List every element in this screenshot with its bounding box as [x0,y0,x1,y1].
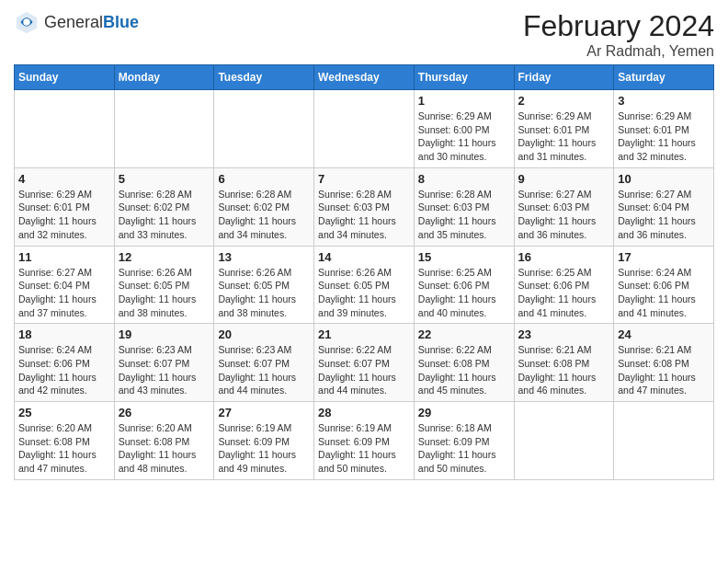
day-detail: Sunrise: 6:25 AM Sunset: 6:06 PM Dayligh… [518,266,610,320]
day-number: 3 [618,94,710,108]
calendar-cell: 13Sunrise: 6:26 AM Sunset: 6:05 PM Dayli… [214,246,314,324]
day-number: 8 [418,172,510,186]
day-detail: Sunrise: 6:21 AM Sunset: 6:08 PM Dayligh… [618,343,710,397]
day-number: 7 [318,172,410,186]
calendar-cell: 2Sunrise: 6:29 AM Sunset: 6:01 PM Daylig… [514,90,614,168]
calendar-table: SundayMondayTuesdayWednesdayThursdayFrid… [14,64,714,480]
day-detail: Sunrise: 6:21 AM Sunset: 6:08 PM Dayligh… [518,343,610,397]
calendar-cell: 27Sunrise: 6:19 AM Sunset: 6:09 PM Dayli… [214,402,314,480]
logo-general: General [44,13,103,31]
calendar-cell: 26Sunrise: 6:20 AM Sunset: 6:08 PM Dayli… [114,402,214,480]
calendar-cell: 18Sunrise: 6:24 AM Sunset: 6:06 PM Dayli… [15,324,115,402]
column-header-monday: Monday [114,65,214,90]
calendar-cell: 19Sunrise: 6:23 AM Sunset: 6:07 PM Dayli… [114,324,214,402]
calendar-cell: 25Sunrise: 6:20 AM Sunset: 6:08 PM Dayli… [15,402,115,480]
day-detail: Sunrise: 6:28 AM Sunset: 6:03 PM Dayligh… [418,188,510,242]
day-number: 13 [218,250,310,264]
calendar-cell: 17Sunrise: 6:24 AM Sunset: 6:06 PM Dayli… [614,246,714,324]
day-number: 23 [518,327,610,341]
day-detail: Sunrise: 6:19 AM Sunset: 6:09 PM Dayligh… [218,421,310,476]
title-block: February 2024 Ar Radmah, Yemen [523,9,714,60]
svg-point-1 [23,18,29,25]
day-detail: Sunrise: 6:29 AM Sunset: 6:01 PM Dayligh… [518,109,610,164]
column-header-row: SundayMondayTuesdayWednesdayThursdayFrid… [15,65,714,90]
day-number: 21 [318,327,410,341]
column-header-saturday: Saturday [614,65,714,90]
day-number: 5 [119,172,210,186]
week-row-2: 4Sunrise: 6:29 AM Sunset: 6:01 PM Daylig… [15,167,714,246]
day-number: 10 [618,172,710,186]
day-detail: Sunrise: 6:29 AM Sunset: 6:00 PM Dayligh… [418,109,510,164]
column-header-wednesday: Wednesday [314,65,415,90]
day-detail: Sunrise: 6:20 AM Sunset: 6:08 PM Dayligh… [18,421,110,476]
calendar-cell: 16Sunrise: 6:25 AM Sunset: 6:06 PM Dayli… [514,246,614,324]
calendar-cell [614,402,714,480]
day-detail: Sunrise: 6:22 AM Sunset: 6:07 PM Dayligh… [318,343,410,397]
calendar-cell [514,402,614,480]
day-detail: Sunrise: 6:28 AM Sunset: 6:03 PM Dayligh… [318,188,410,242]
day-detail: Sunrise: 6:28 AM Sunset: 6:02 PM Dayligh… [218,188,310,242]
calendar-cell: 24Sunrise: 6:21 AM Sunset: 6:08 PM Dayli… [614,324,714,402]
week-row-3: 11Sunrise: 6:27 AM Sunset: 6:04 PM Dayli… [15,246,714,324]
day-detail: Sunrise: 6:19 AM Sunset: 6:09 PM Dayligh… [318,421,410,476]
calendar-cell: 5Sunrise: 6:28 AM Sunset: 6:02 PM Daylig… [114,167,214,246]
day-detail: Sunrise: 6:27 AM Sunset: 6:04 PM Dayligh… [618,188,710,242]
calendar-cell [214,90,314,168]
calendar-cell [15,90,115,168]
calendar-cell: 23Sunrise: 6:21 AM Sunset: 6:08 PM Dayli… [514,324,614,402]
calendar-cell: 14Sunrise: 6:26 AM Sunset: 6:05 PM Dayli… [314,246,415,324]
day-number: 18 [18,327,110,341]
logo-blue: Blue [103,13,139,31]
day-number: 14 [318,250,410,264]
calendar-cell: 29Sunrise: 6:18 AM Sunset: 6:09 PM Dayli… [414,402,514,480]
week-row-5: 25Sunrise: 6:20 AM Sunset: 6:08 PM Dayli… [15,402,714,480]
day-number: 12 [119,250,210,264]
calendar-cell: 15Sunrise: 6:25 AM Sunset: 6:06 PM Dayli… [414,246,514,324]
day-detail: Sunrise: 6:29 AM Sunset: 6:01 PM Dayligh… [18,188,110,242]
calendar-cell: 12Sunrise: 6:26 AM Sunset: 6:05 PM Dayli… [114,246,214,324]
day-detail: Sunrise: 6:24 AM Sunset: 6:06 PM Dayligh… [618,266,710,320]
page-title: February 2024 [523,9,714,43]
day-number: 16 [518,250,610,264]
day-detail: Sunrise: 6:26 AM Sunset: 6:05 PM Dayligh… [119,266,210,320]
day-number: 15 [418,250,510,264]
calendar-cell [314,90,415,168]
day-detail: Sunrise: 6:27 AM Sunset: 6:03 PM Dayligh… [518,188,610,242]
week-row-4: 18Sunrise: 6:24 AM Sunset: 6:06 PM Dayli… [15,324,714,402]
day-detail: Sunrise: 6:28 AM Sunset: 6:02 PM Dayligh… [119,188,210,242]
column-header-sunday: Sunday [15,65,115,90]
column-header-friday: Friday [514,65,614,90]
day-number: 20 [218,327,310,341]
calendar-cell: 11Sunrise: 6:27 AM Sunset: 6:04 PM Dayli… [15,246,115,324]
calendar-cell: 21Sunrise: 6:22 AM Sunset: 6:07 PM Dayli… [314,324,415,402]
calendar-cell [114,90,214,168]
calendar-cell: 9Sunrise: 6:27 AM Sunset: 6:03 PM Daylig… [514,167,614,246]
day-detail: Sunrise: 6:18 AM Sunset: 6:09 PM Dayligh… [418,421,510,476]
day-number: 2 [518,94,610,108]
day-number: 28 [318,406,410,419]
day-detail: Sunrise: 6:25 AM Sunset: 6:06 PM Dayligh… [418,266,510,320]
calendar-cell: 3Sunrise: 6:29 AM Sunset: 6:01 PM Daylig… [614,90,714,168]
calendar-cell: 28Sunrise: 6:19 AM Sunset: 6:09 PM Dayli… [314,402,415,480]
day-detail: Sunrise: 6:24 AM Sunset: 6:06 PM Dayligh… [18,343,110,397]
calendar-cell: 20Sunrise: 6:23 AM Sunset: 6:07 PM Dayli… [214,324,314,402]
day-detail: Sunrise: 6:26 AM Sunset: 6:05 PM Dayligh… [218,266,310,320]
page-subtitle: Ar Radmah, Yemen [523,43,714,60]
day-number: 25 [18,406,110,419]
day-detail: Sunrise: 6:20 AM Sunset: 6:08 PM Dayligh… [119,421,210,476]
calendar-cell: 1Sunrise: 6:29 AM Sunset: 6:00 PM Daylig… [414,90,514,168]
logo: GeneralBlue [14,9,139,35]
day-detail: Sunrise: 6:26 AM Sunset: 6:05 PM Dayligh… [318,266,410,320]
calendar-cell: 8Sunrise: 6:28 AM Sunset: 6:03 PM Daylig… [414,167,514,246]
day-detail: Sunrise: 6:22 AM Sunset: 6:08 PM Dayligh… [418,343,510,397]
day-number: 6 [218,172,310,186]
calendar-cell: 6Sunrise: 6:28 AM Sunset: 6:02 PM Daylig… [214,167,314,246]
column-header-tuesday: Tuesday [214,65,314,90]
calendar-cell: 22Sunrise: 6:22 AM Sunset: 6:08 PM Dayli… [414,324,514,402]
day-detail: Sunrise: 6:29 AM Sunset: 6:01 PM Dayligh… [618,109,710,164]
day-number: 1 [418,94,510,108]
logo-text: GeneralBlue [44,13,139,32]
day-detail: Sunrise: 6:23 AM Sunset: 6:07 PM Dayligh… [218,343,310,397]
page-header: GeneralBlue February 2024 Ar Radmah, Yem… [14,9,714,60]
day-number: 9 [518,172,610,186]
